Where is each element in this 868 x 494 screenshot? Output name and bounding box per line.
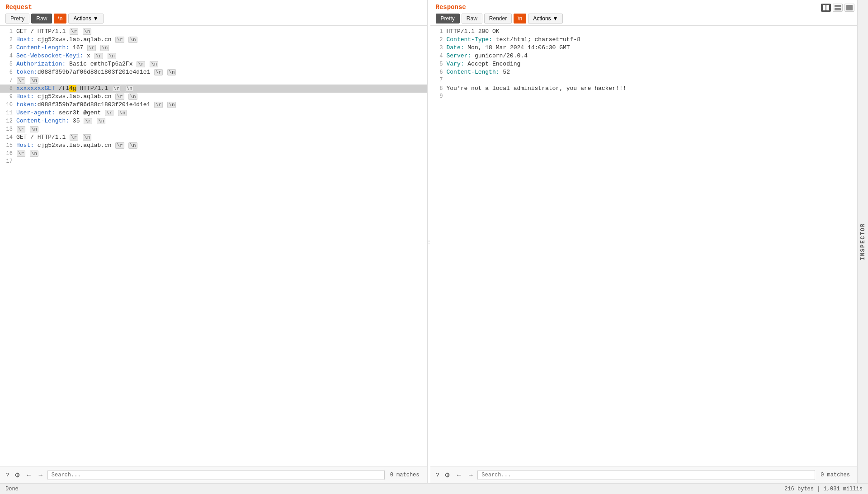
request-title: Request [5, 4, 422, 11]
request-search-next-btn[interactable]: → [36, 470, 46, 480]
request-help-btn[interactable]: ? [4, 470, 11, 480]
view-toggle-group [821, 4, 854, 12]
response-raw-btn[interactable]: Raw [462, 14, 482, 24]
request-line-2: 2 Host: cjg52xws.lab.aqlab.cn \r \n [0, 36, 427, 44]
response-search-prev-btn[interactable]: ← [454, 470, 464, 480]
request-line-11: 11 User-agent: secr3t_@gent \r \n [0, 109, 427, 117]
response-line-1: 1 HTTP/1.1 200 OK [430, 28, 858, 36]
request-line-1: 1 GET / HTTP/1.1 \r \n [0, 28, 427, 36]
status-left: Done [5, 486, 19, 492]
response-line-3: 3 Date: Mon, 18 Mar 2024 14:06:30 GMT [430, 44, 858, 52]
request-line-5: 5 Authorization: Basic emthcTp6a2Fx \r \… [0, 60, 427, 68]
request-line-7: 7 \r \n [0, 76, 427, 85]
request-content[interactable]: 1 GET / HTTP/1.1 \r \n 2 Host: cjg52xws.… [0, 26, 427, 466]
request-n-btn[interactable]: \n [54, 14, 66, 24]
response-search-bar: ? ⚙ ← → 0 matches [430, 466, 858, 483]
response-title: Response [436, 4, 852, 11]
response-line-7: 7 [430, 76, 858, 85]
request-line-17: 17 [0, 158, 427, 166]
request-line-10: 10 token:d088f359b7af06d88c1803f201e4d1e… [0, 101, 427, 109]
response-toolbar: Pretty Raw Render \n Actions ▼ [436, 14, 852, 24]
request-search-bar: ? ⚙ ← → 0 matches [0, 466, 427, 483]
response-render-btn[interactable]: Render [484, 14, 512, 24]
request-toolbar: Pretty Raw \n Actions ▼ [5, 14, 422, 24]
response-n-btn[interactable]: \n [514, 14, 526, 24]
response-line-5: 5 Vary: Accept-Encoding [430, 60, 858, 68]
request-line-6: 6 token:d088f359b7af06d88c1803f201e4d1e1… [0, 68, 427, 76]
request-line-12: 12 Content-Length: 35 \r \n [0, 117, 427, 125]
request-line-8: 8 xxxxxxxxGET /f14g HTTP/1.1 \r \n [0, 85, 427, 93]
request-search-settings-btn[interactable]: ⚙ [13, 470, 22, 480]
response-content[interactable]: 1 HTTP/1.1 200 OK 2 Content-Type: text/h… [430, 26, 858, 466]
split-horizontal-view-icon[interactable] [833, 4, 843, 12]
request-line-9: 9 Host: cjg52xws.lab.aqlab.cn \r \n [0, 93, 427, 101]
response-search-settings-btn[interactable]: ⚙ [443, 470, 452, 480]
status-right: 216 bytes | 1,031 millis [784, 486, 863, 492]
request-pretty-btn[interactable]: Pretty [5, 14, 29, 24]
svg-rect-3 [835, 8, 841, 10]
request-panel: Request Pretty Raw \n Actions ▼ 1 GET / … [0, 0, 428, 483]
request-line-15: 15 Host: cjg52xws.lab.aqlab.cn \r \n [0, 141, 427, 150]
response-actions-btn[interactable]: Actions ▼ [528, 14, 563, 24]
single-view-icon[interactable] [844, 4, 854, 12]
response-line-9: 9 [430, 93, 858, 101]
svg-rect-4 [846, 5, 853, 10]
status-bar: Done 216 bytes | 1,031 millis [0, 483, 868, 494]
request-search-input[interactable] [47, 470, 385, 480]
response-search-next-btn[interactable]: → [466, 470, 476, 480]
inspector-panel[interactable]: INSPECTOR [857, 0, 868, 483]
request-line-16: 16 \r \n [0, 150, 427, 158]
response-line-4: 4 Server: gunicorn/20.0.4 [430, 52, 858, 60]
split-vertical-view-icon[interactable] [821, 4, 831, 12]
request-line-14: 14 GET / HTTP/1.1 \r \n [0, 133, 427, 141]
response-matches-label: 0 matches [817, 472, 854, 478]
request-line-4: 4 Sec-Websocket-Key1: x \r \n [0, 52, 427, 60]
response-pretty-btn[interactable]: Pretty [436, 14, 460, 24]
request-line-13: 13 \r \n [0, 125, 427, 133]
request-raw-btn[interactable]: Raw [31, 14, 52, 24]
response-panel: Response Pretty Raw Render \n Actions ▼ … [430, 0, 858, 483]
response-search-input[interactable] [477, 470, 815, 480]
response-line-2: 2 Content-Type: text/html; charset=utf-8 [430, 36, 858, 44]
response-help-btn[interactable]: ? [434, 470, 441, 480]
response-search-area: ? ⚙ ← → 0 matches [430, 466, 858, 483]
request-search-prev-btn[interactable]: ← [24, 470, 34, 480]
response-line-8: 8 You're not a local administrator, you … [430, 85, 858, 93]
svg-rect-0 [823, 5, 826, 10]
request-line-3: 3 Content-Length: 167 \r \n [0, 44, 427, 52]
request-search-area: ? ⚙ ← → 0 matches [0, 466, 427, 483]
response-header: Response Pretty Raw Render \n Actions ▼ [430, 0, 858, 26]
inspector-label: INSPECTOR [860, 223, 866, 260]
request-header: Request Pretty Raw \n Actions ▼ [0, 0, 427, 26]
svg-rect-1 [826, 5, 829, 10]
request-matches-label: 0 matches [387, 472, 423, 478]
response-line-6: 6 Content-Length: 52 [430, 68, 858, 76]
request-actions-btn[interactable]: Actions ▼ [68, 14, 103, 24]
svg-rect-2 [835, 5, 841, 7]
